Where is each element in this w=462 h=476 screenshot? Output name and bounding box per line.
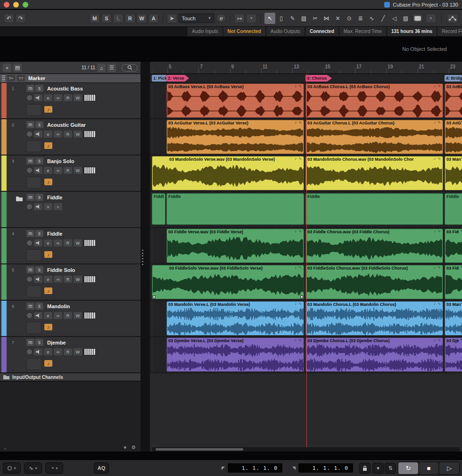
- global-r-button[interactable]: R: [125, 14, 135, 23]
- track-lane[interactable]: FiddlFiddleFiddleFiddle: [150, 192, 462, 228]
- mute-button[interactable]: m: [26, 266, 34, 273]
- track-row[interactable]: 7msDjembee∞RW♪: [0, 337, 140, 373]
- gear-icon[interactable]: ⚙: [131, 444, 136, 451]
- keyboard-icon[interactable]: [83, 276, 96, 283]
- audio-event[interactable]: 03 Fid♪ ∿: [445, 265, 462, 299]
- track-row[interactable]: 1msAcoustic Basse∞RW♪: [0, 83, 140, 119]
- audio-event[interactable]: 03 Dje♪ ∿: [445, 337, 462, 372]
- event-handle[interactable]: [300, 295, 303, 298]
- add-track-button[interactable]: +: [3, 64, 11, 72]
- edit-channel-button[interactable]: e: [44, 167, 52, 174]
- global-m-button[interactable]: M: [90, 14, 100, 23]
- keyboard-icon[interactable]: [83, 312, 96, 319]
- timebase-button[interactable]: ♪: [44, 142, 52, 149]
- marker-lane[interactable]: 1: Pick2: Verse3: Chorus4: Bridg: [150, 74, 462, 83]
- right-locator-icon[interactable]: ◥: [292, 466, 296, 470]
- solo-button[interactable]: s: [35, 339, 43, 346]
- find-track-button[interactable]: [122, 64, 138, 72]
- lock-button[interactable]: [359, 463, 371, 474]
- track-row[interactable]: 5msFiddle Soloe∞RW♪: [0, 264, 140, 301]
- autoscroll-button[interactable]: ↦: [234, 14, 245, 23]
- redo-button[interactable]: ↷: [16, 14, 26, 23]
- automation-read-button[interactable]: R: [64, 276, 72, 283]
- global-a-button[interactable]: A: [148, 14, 159, 23]
- record-arm-button[interactable]: [26, 276, 33, 282]
- phase-coherent-button[interactable]: ≈: [54, 203, 62, 210]
- marker-event[interactable]: 1: Pick: [152, 75, 166, 82]
- stop-button[interactable]: ■: [419, 462, 439, 474]
- global-s-button[interactable]: S: [101, 14, 112, 23]
- marker-track-row[interactable]: T+ TT Marker: [0, 74, 140, 83]
- track-lane[interactable]: 03 AcBass Verse.L (03 AcBass Verse)♪ ∿03…: [150, 83, 462, 119]
- audio-event[interactable]: 03 FiddleSolo Chorus.wav (03 FiddleSolo …: [305, 265, 443, 299]
- folder-open-icon[interactable]: [16, 195, 23, 203]
- monitor-button[interactable]: [34, 239, 42, 246]
- comp-tool[interactable]: ≣: [355, 13, 366, 24]
- global-l-button[interactable]: L: [113, 14, 124, 23]
- folder-part-event[interactable]: Fiddle: [166, 193, 304, 225]
- solo-button[interactable]: s: [35, 157, 43, 164]
- mute-button[interactable]: m: [26, 303, 34, 310]
- add-marker-button[interactable]: T+: [7, 75, 15, 82]
- erase-tool[interactable]: ▨: [298, 13, 309, 24]
- monitor-button[interactable]: [34, 276, 42, 283]
- audio-event[interactable]: 03 AcBass Verse.L (03 AcBass Verse)♪ ∿: [166, 83, 304, 118]
- solo-button[interactable]: s: [35, 266, 43, 273]
- secondary-time-display[interactable]: 1. 1. 1. 0: [298, 463, 354, 473]
- notepad-options-button[interactable]: ▾: [426, 14, 436, 23]
- audio-quantize-button[interactable]: AQ: [94, 462, 109, 474]
- mute-button[interactable]: m: [26, 194, 34, 201]
- monitor-button[interactable]: [34, 167, 42, 174]
- record-arm-button[interactable]: [26, 312, 33, 319]
- track-lane[interactable]: 03 Mandolin Verse.L (03 Mandolin Verse)♪…: [150, 301, 462, 337]
- undo-button[interactable]: ↶: [4, 14, 14, 23]
- mute-button[interactable]: m: [26, 339, 34, 346]
- automation-write-button[interactable]: W: [74, 131, 82, 138]
- object-selection-tool[interactable]: ↖: [264, 13, 275, 24]
- solo-button[interactable]: s: [35, 121, 43, 128]
- edit-channel-button[interactable]: e: [44, 94, 52, 101]
- keyboard-icon[interactable]: [83, 167, 96, 174]
- marker-event[interactable]: 3: Chorus: [305, 75, 332, 82]
- audio-event[interactable]: 03 Mandolin Verse.L (03 Mandolin Verse)♪…: [166, 301, 304, 336]
- audio-event[interactable]: 03 AcGuitar Chorus.L (03 AcGuitar Chorus…: [305, 120, 443, 154]
- audio-event[interactable]: 03 AcBass Chorus.L (03 AcBass Chorus)♪ ∿: [305, 83, 443, 118]
- freeze-button[interactable]: ∞: [54, 167, 62, 174]
- track-row[interactable]: 4msFiddlee∞RW♪: [0, 228, 140, 264]
- metronome-button[interactable]: ◔▾: [45, 462, 63, 474]
- maximize-window-button[interactable]: [23, 2, 28, 8]
- routing-box[interactable]: [26, 140, 41, 152]
- track-filter-button[interactable]: ☰: [107, 64, 116, 72]
- automation-panel-button[interactable]: [447, 14, 458, 23]
- autoscroll-options-button[interactable]: ▾: [246, 14, 256, 23]
- notepad-button[interactable]: [412, 14, 423, 23]
- event-handle[interactable]: [153, 295, 156, 298]
- mute-button[interactable]: m: [26, 121, 34, 128]
- chevron-down-icon[interactable]: ▾: [124, 444, 127, 451]
- quantize-menu-button[interactable]: ▾: [372, 463, 384, 474]
- mute-button[interactable]: m: [26, 230, 34, 237]
- track-row[interactable]: 6msMandoline∞RW♪: [0, 301, 140, 337]
- group-editing-button[interactable]: ≡: [44, 203, 52, 210]
- keyboard-icon[interactable]: [83, 348, 96, 355]
- audio-event[interactable]: 03 Fiddle Verse.wav (03 Fiddle Verse)♪ ∿: [166, 229, 304, 263]
- automation-read-button[interactable]: R: [64, 312, 72, 319]
- freeze-button[interactable]: ∞: [54, 131, 62, 138]
- folder-part-event[interactable]: Fiddle: [445, 193, 462, 225]
- left-locator-icon[interactable]: ◤: [222, 466, 225, 470]
- edit-channel-button[interactable]: e: [44, 239, 52, 246]
- keyboard-icon[interactable]: [83, 94, 96, 101]
- audio-event[interactable]: 03 Man♪ ∿: [445, 156, 462, 190]
- monitor-button[interactable]: [34, 203, 42, 210]
- automation-read-button[interactable]: R: [64, 348, 72, 355]
- scrollbar-thumb[interactable]: [156, 448, 243, 451]
- freeze-button[interactable]: ∞: [54, 276, 62, 283]
- automation-read-button[interactable]: R: [64, 131, 72, 138]
- keyboard-icon[interactable]: [83, 131, 96, 138]
- cycle-button[interactable]: ↻: [398, 462, 418, 474]
- folder-track-row[interactable]: msFiddle≡≈: [0, 192, 140, 228]
- solo-button[interactable]: s: [35, 303, 43, 310]
- audio-event[interactable]: 03 AcG♪ ∿: [445, 120, 462, 154]
- record-arm-button[interactable]: [26, 240, 33, 246]
- audio-event[interactable]: 03 Djembe Chorus.L (03 Djembe Chorus)♪ ∿: [305, 337, 443, 372]
